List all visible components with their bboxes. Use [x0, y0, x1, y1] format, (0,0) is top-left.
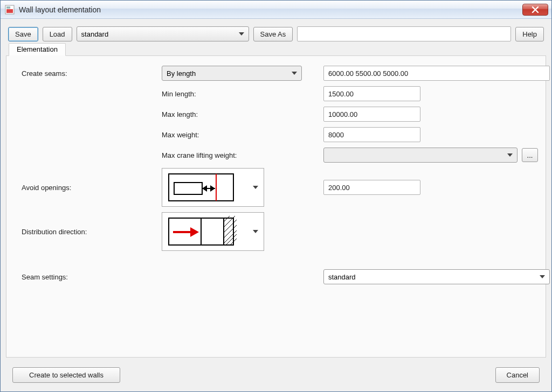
- save-as-name-input[interactable]: [297, 26, 511, 41]
- label-max-weight: Max weight:: [162, 131, 307, 139]
- client-area: Save Load standard Save As Help Elementa…: [1, 19, 551, 391]
- avoid-openings-icon: [167, 172, 237, 203]
- dialog-window: Wall layout elementation Save Load stand…: [0, 0, 552, 392]
- chevron-down-icon: [253, 230, 258, 233]
- window-title: Wall layout elementation: [19, 5, 518, 14]
- seam-settings-combo[interactable]: standard: [323, 269, 550, 284]
- svg-rect-2: [6, 6, 10, 9]
- save-button[interactable]: Save: [8, 27, 38, 41]
- max-crane-browse-button[interactable]: ...: [522, 148, 538, 162]
- svg-rect-3: [169, 174, 233, 201]
- cancel-button[interactable]: Cancel: [495, 367, 540, 383]
- chevron-down-icon: [253, 186, 258, 189]
- label-avoid-openings: Avoid openings:: [22, 184, 162, 192]
- distribution-combo[interactable]: [162, 212, 264, 251]
- label-min-length: Min length:: [162, 90, 307, 98]
- avoid-openings-input[interactable]: 200.00: [323, 180, 420, 195]
- chevron-down-icon: [292, 72, 297, 75]
- label-max-crane: Max crane lifting weight:: [162, 151, 307, 159]
- footer-row: Create to selected walls Cancel: [6, 364, 546, 386]
- preset-combo-value: standard: [81, 30, 109, 38]
- app-icon: [5, 5, 15, 15]
- max-weight-input[interactable]: 8000: [323, 127, 420, 142]
- toolbar-row: Save Load standard Save As Help: [6, 24, 546, 44]
- max-length-input[interactable]: 10000.00: [323, 107, 420, 122]
- svg-marker-20: [190, 227, 199, 237]
- label-seam-settings: Seam settings:: [22, 273, 162, 281]
- svg-line-15: [224, 225, 237, 237]
- chevron-down-icon: [540, 275, 545, 278]
- max-crane-combo[interactable]: [323, 148, 518, 163]
- help-button[interactable]: Help: [515, 27, 544, 41]
- label-max-length: Max length:: [162, 110, 307, 118]
- preset-combo[interactable]: standard: [77, 26, 249, 41]
- svg-line-16: [224, 230, 237, 243]
- svg-rect-1: [6, 9, 13, 13]
- seam-settings-combo-value: standard: [328, 273, 356, 281]
- titlebar: Wall layout elementation: [1, 1, 551, 19]
- max-crane-row: ...: [323, 148, 552, 163]
- form-grid: Create seams: By length 6000.00 5500.00 …: [22, 66, 534, 284]
- svg-marker-7: [202, 185, 207, 192]
- create-seams-combo[interactable]: By length: [162, 66, 302, 81]
- seam-lengths-input[interactable]: 6000.00 5500.00 5000.00: [323, 66, 550, 81]
- chevron-down-icon: [507, 153, 513, 157]
- min-length-input[interactable]: 1500.00: [323, 86, 420, 101]
- chevron-down-icon: [239, 32, 244, 36]
- close-button[interactable]: [522, 4, 548, 16]
- label-create-seams: Create seams:: [22, 69, 162, 78]
- svg-marker-8: [210, 185, 215, 192]
- create-to-selected-walls-button[interactable]: Create to selected walls: [12, 367, 120, 383]
- create-seams-combo-value: By length: [167, 69, 196, 78]
- tab-elementation[interactable]: Elementation: [9, 43, 66, 56]
- svg-line-14: [224, 220, 237, 232]
- save-as-button[interactable]: Save As: [253, 27, 293, 41]
- avoid-openings-combo[interactable]: [162, 168, 264, 207]
- svg-rect-4: [174, 183, 202, 194]
- label-distribution: Distribution direction:: [22, 228, 162, 236]
- close-icon: [532, 6, 539, 13]
- distribution-icon: [167, 216, 237, 247]
- tab-panel: Elementation Create seams: By length 600…: [6, 55, 546, 358]
- load-button[interactable]: Load: [43, 27, 72, 41]
